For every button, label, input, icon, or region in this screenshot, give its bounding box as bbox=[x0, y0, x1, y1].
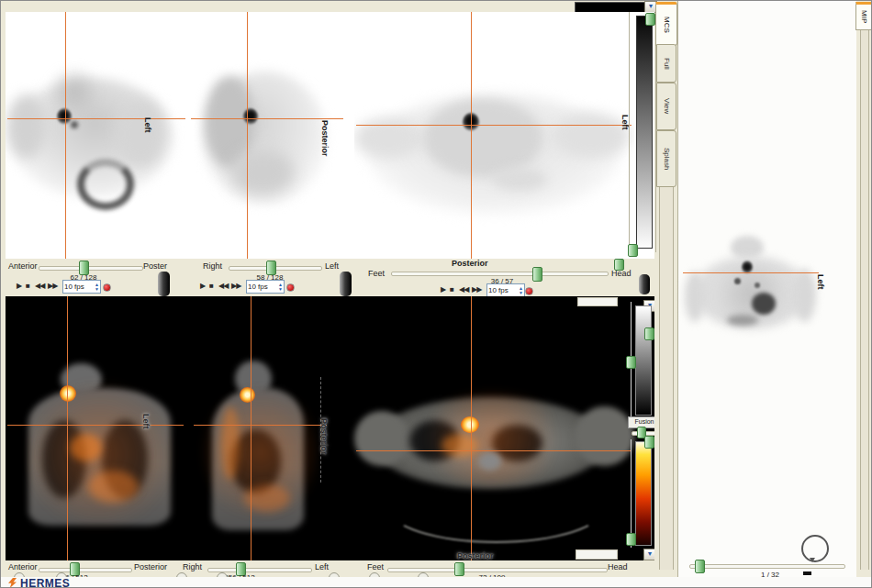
header-display-box bbox=[577, 297, 618, 306]
tab-label: MIP bbox=[860, 10, 868, 23]
record-icon[interactable] bbox=[525, 287, 533, 295]
crosshair-vertical[interactable] bbox=[251, 296, 252, 560]
crosshair-horizontal[interactable] bbox=[191, 118, 343, 119]
stop-icon[interactable]: ■ bbox=[450, 285, 453, 294]
fusion-overlay bbox=[70, 434, 102, 461]
image-blob bbox=[685, 272, 705, 322]
crosshair-horizontal[interactable] bbox=[356, 125, 632, 126]
image-blob bbox=[423, 99, 542, 177]
image-blob bbox=[734, 278, 741, 284]
crosshair-vertical[interactable] bbox=[471, 296, 472, 560]
divider-grip[interactable] bbox=[639, 274, 650, 294]
crosshair-vertical[interactable] bbox=[65, 12, 66, 259]
planar-viewport-panel: Left Posterior Left bbox=[6, 12, 654, 259]
crosshair-horizontal[interactable] bbox=[683, 272, 819, 273]
grayscale-lut-bar[interactable] bbox=[636, 16, 653, 249]
stop-icon[interactable]: ■ bbox=[26, 282, 29, 291]
stop-icon[interactable]: ■ bbox=[209, 282, 213, 291]
crosshair-vertical[interactable] bbox=[247, 12, 248, 259]
image-blob bbox=[47, 67, 102, 117]
divider-grip[interactable] bbox=[158, 272, 170, 296]
viewer-fused-sagittal[interactable] bbox=[194, 356, 327, 535]
slider-start-label: Right bbox=[203, 261, 222, 271]
ct-grayscale-lut-bar[interactable] bbox=[635, 305, 652, 416]
slider-end-label: Left bbox=[325, 261, 339, 271]
tab-label: Splash bbox=[663, 148, 671, 170]
tab-mcs[interactable]: MCS bbox=[655, 2, 677, 46]
viewer-fused-axial[interactable] bbox=[354, 383, 634, 512]
chevron-down-icon: ▼ bbox=[647, 550, 654, 557]
fast-forward-icon[interactable]: ▶▶ bbox=[472, 285, 481, 294]
fast-forward-icon[interactable]: ▶▶ bbox=[231, 282, 240, 291]
position-slider-track[interactable] bbox=[391, 272, 609, 276]
image-blob bbox=[354, 117, 423, 159]
tab-view[interactable]: View bbox=[656, 83, 676, 130]
slider-end-label: Posterior bbox=[134, 562, 167, 571]
crosshair-vertical[interactable] bbox=[471, 12, 472, 259]
uptake-hotspot bbox=[742, 261, 753, 273]
lut-frame-line bbox=[631, 439, 632, 548]
position-slider-track[interactable] bbox=[39, 266, 143, 271]
viewer-fused-coronal[interactable] bbox=[19, 356, 184, 535]
rewind-icon[interactable]: ◀◀ bbox=[35, 282, 44, 291]
record-icon[interactable] bbox=[286, 283, 295, 292]
mip-frame-slider-handle[interactable] bbox=[695, 560, 705, 573]
crosshair-horizontal[interactable] bbox=[7, 118, 185, 119]
spinner-down-icon[interactable]: ▼ bbox=[95, 287, 99, 292]
position-slider-handle[interactable] bbox=[454, 562, 464, 576]
lut-upper-handle[interactable] bbox=[644, 327, 654, 340]
orientation-label: Posterior bbox=[319, 418, 329, 455]
play-icon[interactable]: ▶ bbox=[441, 285, 445, 294]
divider-grip[interactable] bbox=[340, 272, 352, 296]
slider-end-label: Poster bbox=[143, 261, 167, 271]
lut-upper-handle[interactable] bbox=[645, 13, 655, 26]
crosshair-vertical[interactable] bbox=[67, 296, 68, 560]
tab-splash[interactable]: Splash bbox=[656, 130, 676, 187]
image-blob bbox=[752, 293, 776, 315]
crosshair-horizontal[interactable] bbox=[194, 425, 327, 426]
image-blob bbox=[727, 315, 758, 326]
orientation-label: Left bbox=[141, 414, 151, 429]
crosshair-horizontal[interactable] bbox=[7, 425, 184, 426]
fps-spinbox[interactable]: 10 fps▲▼ bbox=[246, 280, 285, 294]
lut-upper-handle[interactable] bbox=[644, 436, 654, 449]
crosshair-horizontal[interactable] bbox=[356, 450, 632, 451]
layout-dropdown-button[interactable]: ▼ bbox=[643, 549, 654, 560]
orientation-label: Left bbox=[143, 117, 152, 133]
image-blob bbox=[230, 150, 295, 195]
viewer-coronal-planar[interactable] bbox=[354, 12, 634, 259]
viewer-bottom-label: Posterior bbox=[457, 551, 494, 560]
viewer-bottom-label: Posterior bbox=[452, 259, 488, 268]
image-blob bbox=[354, 411, 409, 466]
rewind-icon[interactable]: ◀◀ bbox=[218, 282, 228, 291]
viewer-anterior-planar[interactable] bbox=[6, 12, 187, 259]
spinner-down-icon[interactable]: ▼ bbox=[519, 291, 523, 295]
fast-forward-icon[interactable]: ▶▶ bbox=[48, 282, 57, 291]
lut-lower-handle[interactable] bbox=[626, 356, 636, 369]
mip-frame-slider-track[interactable] bbox=[689, 564, 845, 569]
tab-strip-band bbox=[860, 27, 869, 570]
fps-spinbox[interactable]: 10 fps▲▼ bbox=[62, 280, 101, 294]
range-end-handle[interactable] bbox=[614, 259, 624, 271]
hot-metal-lut-bar[interactable] bbox=[635, 441, 652, 546]
rewind-icon[interactable]: ◀◀ bbox=[459, 285, 468, 294]
position-slider-track[interactable] bbox=[387, 568, 608, 572]
rotate-icon[interactable] bbox=[801, 535, 829, 562]
play-icon[interactable]: ▶ bbox=[17, 282, 21, 291]
spinner-down-icon[interactable]: ▼ bbox=[278, 287, 283, 292]
orientation-label: Left bbox=[816, 274, 825, 290]
header-display-box bbox=[576, 549, 618, 560]
image-blob bbox=[116, 99, 166, 168]
lut-lower-handle[interactable] bbox=[628, 244, 638, 257]
record-icon[interactable] bbox=[103, 283, 111, 292]
tab-full[interactable]: Full bbox=[656, 44, 676, 83]
slider-start-label: Anterior bbox=[8, 261, 38, 271]
tab-label: MCS bbox=[663, 17, 671, 33]
viewer-mip[interactable] bbox=[683, 230, 830, 336]
tab-mip[interactable]: MIP bbox=[855, 2, 872, 30]
position-slider-track[interactable] bbox=[39, 568, 132, 572]
position-slider-handle[interactable] bbox=[532, 267, 542, 282]
lut-lower-handle[interactable] bbox=[626, 533, 636, 546]
play-icon[interactable]: ▶ bbox=[200, 282, 205, 291]
fps-spinbox[interactable]: 10 fps▲▼ bbox=[486, 283, 525, 297]
